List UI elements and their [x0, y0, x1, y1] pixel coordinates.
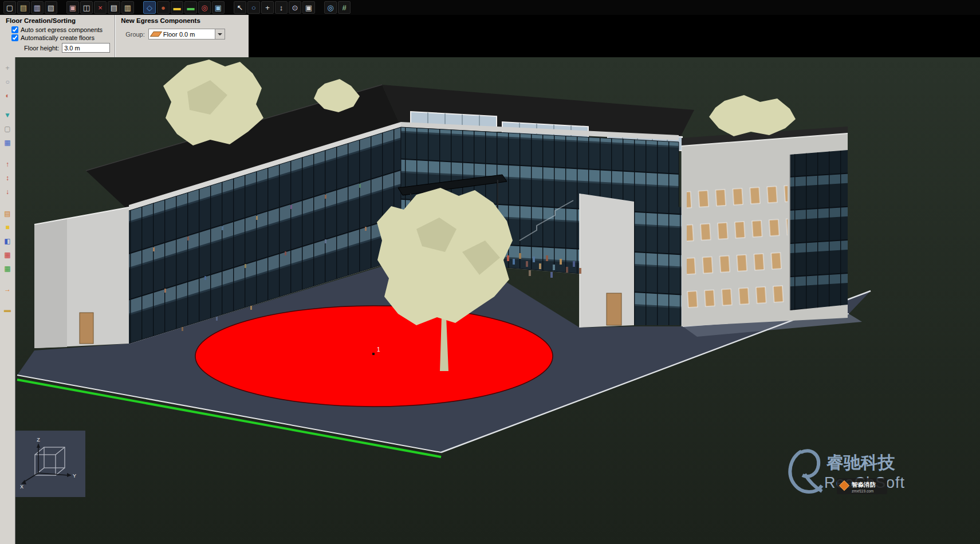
main-toolbar: ▢▤▥▧ ▣◫×▤▥ ◇●▬▬◎▣ ↖○+↕⊙▣ ◎#: [0, 0, 980, 15]
occupant-region[interactable]: [195, 306, 553, 407]
auto-create-label: Automatically create floors: [21, 34, 95, 41]
select-icon[interactable]: ↖: [234, 1, 246, 14]
red-grid-tool-icon[interactable]: ▦: [1, 249, 14, 261]
stair-core-door: [607, 293, 621, 325]
left-tool-strip: +○◐▼▢▦↑↕↓▤■◧▦▦→▬: [0, 57, 15, 544]
toolbar-group-navigation: ↖○+↕⊙▣: [234, 1, 315, 14]
floor-creation-title: Floor Creation/Sorting: [6, 17, 110, 24]
vendor-badge: 智淼消防 zmxf119.com: [837, 478, 887, 494]
movie-icon[interactable]: ▣: [212, 1, 225, 14]
green-grid-tool-icon[interactable]: ▦: [1, 262, 14, 275]
pan-view-icon[interactable]: +: [1, 62, 14, 74]
snap-grid-icon[interactable]: #: [338, 1, 351, 14]
floor-height-label: Floor height:: [24, 45, 59, 52]
orbit-icon[interactable]: ○: [247, 1, 260, 14]
new-file-icon[interactable]: ▢: [3, 1, 16, 14]
zoom-box-icon[interactable]: ▣: [302, 1, 315, 14]
floor-icon: [150, 31, 162, 37]
badge-subtitle: zmxf119.com: [852, 489, 873, 493]
badge-title: 智淼消防: [851, 481, 876, 488]
auto-sort-checkbox[interactable]: [11, 26, 18, 33]
3d-viewport[interactable]: 1: [15, 57, 980, 544]
reset-view-icon[interactable]: ◎: [324, 1, 337, 14]
end-wall-door: [80, 313, 93, 344]
right-wing-glass: [790, 150, 848, 310]
stair-core: [580, 194, 634, 328]
3d-scene[interactable]: 1: [15, 57, 980, 544]
print-icon[interactable]: ▣: [66, 1, 79, 14]
egress-group-value: Floor 0.0 m: [163, 31, 195, 38]
roam-icon[interactable]: ↕: [275, 1, 288, 14]
level-fit-icon[interactable]: ↕: [1, 172, 14, 184]
options-panel-bar: Floor Creation/Sorting Auto sort egress …: [0, 15, 249, 58]
export-tool-icon[interactable]: →: [1, 283, 14, 295]
toolbar-group-file: ▢▤▥▧: [3, 1, 57, 14]
right-wing-windows: [687, 179, 788, 317]
toolbar-group-extras: ◎#: [324, 1, 351, 14]
floor-creation-panel: Floor Creation/Sorting Auto sort egress …: [0, 15, 115, 57]
corner-glass: [634, 202, 682, 325]
auto-sort-row[interactable]: Auto sort egress components: [11, 26, 110, 33]
cone-tool-icon[interactable]: ▼: [1, 109, 14, 121]
egress-components-title: New Egress Components: [121, 17, 225, 24]
axis-y-label: Y: [73, 473, 76, 479]
group-label: Group:: [125, 31, 145, 38]
egress-group-select[interactable]: Floor 0.0 m: [148, 29, 225, 40]
left-wing-end-wall: [34, 207, 129, 348]
auto-sort-label: Auto sort egress components: [21, 26, 103, 33]
toolbar-group-edit: ▣◫×▤▥: [66, 1, 134, 14]
building-right-wing: [682, 127, 848, 326]
copy-icon[interactable]: ▤: [108, 1, 120, 14]
application-window: ▢▤▥▧ ▣◫×▤▥ ◇●▬▬◎▣ ↖○+↕⊙▣ ◎# Floor Creati…: [0, 0, 980, 544]
axis-x-label: X: [20, 484, 23, 490]
dropdown-arrow-icon[interactable]: [215, 29, 225, 39]
measure-tool-icon[interactable]: ▬: [1, 303, 14, 316]
floor-height-input[interactable]: [62, 43, 110, 53]
axis-z-label: Z: [37, 437, 40, 443]
zoom-icon[interactable]: ⊙: [289, 1, 301, 14]
wireframe-view-icon[interactable]: ◇: [143, 1, 156, 14]
auto-create-row[interactable]: Automatically create floors: [11, 34, 110, 41]
open-file-icon[interactable]: ▤: [17, 1, 30, 14]
egress-components-panel: New Egress Components Group: Floor 0.0 m: [115, 15, 230, 57]
split-tool-icon[interactable]: ◧: [1, 235, 14, 247]
card-tool-icon[interactable]: ▢: [1, 123, 14, 135]
orbit-view-icon[interactable]: ○: [1, 76, 14, 88]
svg-text:1: 1: [377, 346, 380, 353]
import-file-icon[interactable]: ▧: [45, 1, 57, 14]
show-exits-icon[interactable]: ▬: [184, 1, 197, 14]
spin-view-icon[interactable]: ◐: [1, 89, 14, 102]
paste-icon[interactable]: ▥: [121, 1, 134, 14]
pan-icon[interactable]: +: [261, 1, 274, 14]
grid-tool-icon[interactable]: ▦: [1, 136, 14, 149]
screenshot-icon[interactable]: ◫: [80, 1, 93, 14]
box-tool-icon[interactable]: ■: [1, 221, 14, 234]
save-file-icon[interactable]: ▥: [31, 1, 44, 14]
solid-view-icon[interactable]: ●: [157, 1, 170, 14]
results-icon[interactable]: ◎: [198, 1, 211, 14]
watermark-cn: 睿驰科技: [826, 453, 895, 472]
delete-icon[interactable]: ×: [94, 1, 107, 14]
auto-create-checkbox[interactable]: [11, 34, 18, 41]
show-floors-icon[interactable]: ▬: [171, 1, 183, 14]
level-down-icon[interactable]: ↓: [1, 186, 14, 198]
navigation-cube[interactable]: Z X Y: [15, 431, 85, 497]
level-up-icon[interactable]: ↑: [1, 158, 14, 171]
stack-tool-icon[interactable]: ▤: [1, 207, 14, 220]
toolbar-group-view: ◇●▬▬◎▣: [143, 1, 225, 14]
